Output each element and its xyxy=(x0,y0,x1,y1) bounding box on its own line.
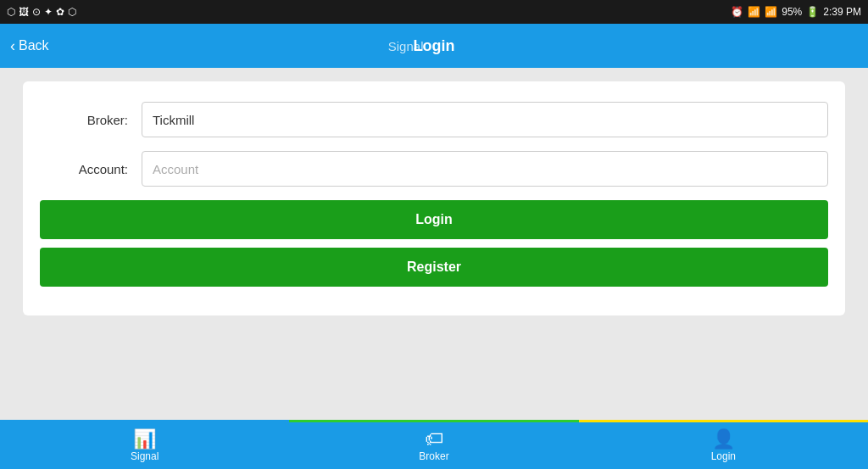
status-right: ⏰ 📶 📶 95% 🔋 2:39 PM xyxy=(731,6,861,18)
clock: 2:39 PM xyxy=(823,6,861,18)
broker-label: Broker: xyxy=(40,113,142,127)
form-card: Broker: Account: Login Register xyxy=(23,81,845,315)
nav-item-signal[interactable]: 📊 Signal xyxy=(0,420,289,469)
broker-nav-label: Broker xyxy=(419,450,448,462)
status-bar: ⬡ 🖼 ⊙ ✦ ✿ ⬡ ⏰ 📶 📶 95% 🔋 2:39 PM xyxy=(0,0,868,24)
register-button[interactable]: Register xyxy=(40,248,828,287)
top-nav-bar: ‹ Back Signal Login xyxy=(0,24,868,68)
login-button[interactable]: Login xyxy=(40,200,828,239)
circle-icon: ⊙ xyxy=(32,6,41,18)
dropbox-icon: ⬡ xyxy=(7,6,15,18)
broker-row: Broker: xyxy=(40,102,828,137)
login-nav-icon: 👤 xyxy=(712,430,735,449)
login-nav-label: Login xyxy=(711,450,736,462)
signal-nav-label: Signal xyxy=(131,450,159,462)
back-button[interactable]: ‹ Back xyxy=(10,37,49,55)
back-chevron-icon: ‹ xyxy=(10,37,15,55)
main-content: Broker: Account: Login Register xyxy=(0,68,868,420)
nav-item-broker[interactable]: 🏷 Broker xyxy=(289,420,578,469)
wifi-icon: 📶 xyxy=(748,6,760,18)
alarm-icon: ⏰ xyxy=(731,6,743,18)
nav-signal-label: Signal xyxy=(388,39,424,53)
account-row: Account: xyxy=(40,151,828,187)
account-label: Account: xyxy=(40,162,142,176)
signal-nav-icon: 📊 xyxy=(133,430,156,449)
status-icons-left: ⬡ 🖼 ⊙ ✦ ✿ ⬡ xyxy=(7,6,76,18)
signal-icon: 📶 xyxy=(765,6,777,18)
nav-item-login[interactable]: 👤 Login xyxy=(579,420,868,469)
back-label: Back xyxy=(19,38,49,53)
tag-icon: ✦ xyxy=(44,6,53,18)
battery-percent: 95% xyxy=(782,6,802,18)
blackberry-icon: ✿ xyxy=(56,6,64,18)
broker-input[interactable] xyxy=(142,102,828,137)
bottom-nav: 📊 Signal 🏷 Broker 👤 Login xyxy=(0,420,868,469)
broker-nav-icon: 🏷 xyxy=(425,430,443,449)
image-icon: 🖼 xyxy=(19,6,29,18)
battery-icon: 🔋 xyxy=(806,6,819,18)
account-input[interactable] xyxy=(142,151,828,187)
tag2-icon: ⬡ xyxy=(68,6,76,18)
